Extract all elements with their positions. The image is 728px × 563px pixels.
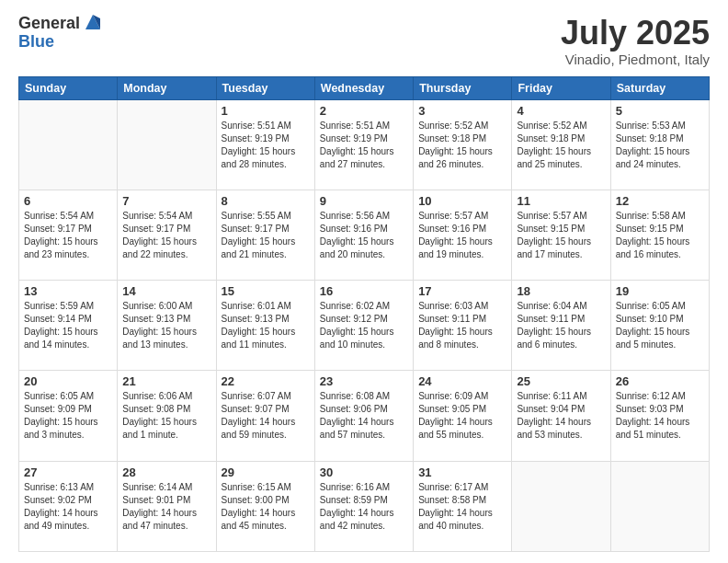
table-row: 10Sunrise: 5:57 AMSunset: 9:16 PMDayligh…	[414, 190, 512, 280]
day-number: 2	[320, 104, 408, 118]
cell-text: Sunrise: 6:00 AMSunset: 9:13 PMDaylight:…	[122, 300, 210, 351]
calendar-week-4: 27Sunrise: 6:13 AMSunset: 9:02 PMDayligh…	[19, 461, 710, 551]
cell-text: Sunrise: 5:54 AMSunset: 9:17 PMDaylight:…	[24, 210, 112, 261]
table-row: 3Sunrise: 5:52 AMSunset: 9:18 PMDaylight…	[414, 99, 512, 190]
cell-text: Sunrise: 5:55 AMSunset: 9:17 PMDaylight:…	[222, 210, 310, 261]
table-row: 6Sunrise: 5:54 AMSunset: 9:17 PMDaylight…	[19, 190, 118, 280]
cell-text: Sunrise: 6:07 AMSunset: 9:07 PMDaylight:…	[222, 390, 310, 442]
cell-text: Sunrise: 5:57 AMSunset: 9:15 PMDaylight:…	[517, 210, 605, 261]
logo-text: General Blue	[18, 15, 102, 52]
day-number: 21	[122, 374, 210, 388]
cell-text: Sunrise: 5:54 AMSunset: 9:17 PMDaylight:…	[122, 210, 210, 261]
col-saturday: Saturday	[610, 76, 709, 99]
cell-text: Sunrise: 6:09 AMSunset: 9:05 PMDaylight:…	[418, 390, 506, 442]
calendar-week-2: 13Sunrise: 5:59 AMSunset: 9:14 PMDayligh…	[19, 281, 710, 371]
table-row: 21Sunrise: 6:06 AMSunset: 9:08 PMDayligh…	[118, 371, 216, 461]
col-friday: Friday	[512, 76, 610, 99]
table-row: 4Sunrise: 5:52 AMSunset: 9:18 PMDaylight…	[512, 99, 610, 190]
table-row: 22Sunrise: 6:07 AMSunset: 9:07 PMDayligh…	[216, 371, 314, 461]
table-row: 29Sunrise: 6:15 AMSunset: 9:00 PMDayligh…	[216, 461, 314, 551]
table-row: 23Sunrise: 6:08 AMSunset: 9:06 PMDayligh…	[314, 371, 413, 461]
cell-text: Sunrise: 5:52 AMSunset: 9:18 PMDaylight:…	[418, 120, 506, 171]
cell-text: Sunrise: 6:04 AMSunset: 9:11 PMDaylight:…	[517, 300, 605, 351]
col-wednesday: Wednesday	[314, 76, 413, 99]
day-number: 10	[418, 194, 506, 208]
cell-text: Sunrise: 6:01 AMSunset: 9:13 PMDaylight:…	[222, 300, 310, 351]
calendar-week-1: 6Sunrise: 5:54 AMSunset: 9:17 PMDaylight…	[19, 190, 710, 280]
table-row: 27Sunrise: 6:13 AMSunset: 9:02 PMDayligh…	[19, 461, 118, 551]
day-number: 4	[517, 104, 605, 118]
cell-text: Sunrise: 6:03 AMSunset: 9:11 PMDaylight:…	[418, 300, 506, 351]
calendar-week-3: 20Sunrise: 6:05 AMSunset: 9:09 PMDayligh…	[19, 371, 710, 461]
calendar-header-row: Sunday Monday Tuesday Wednesday Thursday…	[19, 76, 710, 99]
col-tuesday: Tuesday	[216, 76, 314, 99]
day-number: 3	[418, 104, 506, 118]
table-row: 9Sunrise: 5:56 AMSunset: 9:16 PMDaylight…	[314, 190, 413, 280]
day-number: 19	[616, 284, 704, 298]
logo: General Blue	[18, 15, 102, 52]
month-title: July 2025	[561, 15, 710, 52]
day-number: 1	[222, 104, 310, 118]
day-number: 25	[517, 374, 605, 388]
col-monday: Monday	[118, 76, 216, 99]
day-number: 30	[320, 465, 408, 479]
logo-blue: Blue	[18, 33, 102, 52]
cell-text: Sunrise: 6:12 AMSunset: 9:03 PMDaylight:…	[616, 390, 704, 442]
table-row: 20Sunrise: 6:05 AMSunset: 9:09 PMDayligh…	[19, 371, 118, 461]
logo-icon	[84, 11, 102, 33]
page: General Blue July 2025 Vinadio, Piedmont…	[0, 0, 728, 563]
day-number: 7	[122, 194, 210, 208]
cell-text: Sunrise: 6:06 AMSunset: 9:08 PMDaylight:…	[122, 390, 210, 442]
table-row: 11Sunrise: 5:57 AMSunset: 9:15 PMDayligh…	[512, 190, 610, 280]
cell-text: Sunrise: 5:57 AMSunset: 9:16 PMDaylight:…	[418, 210, 506, 261]
day-number: 16	[320, 284, 408, 298]
day-number: 22	[222, 374, 310, 388]
day-number: 6	[24, 194, 112, 208]
table-row: 5Sunrise: 5:53 AMSunset: 9:18 PMDaylight…	[610, 99, 709, 190]
cell-text: Sunrise: 5:59 AMSunset: 9:14 PMDaylight:…	[24, 300, 112, 351]
col-sunday: Sunday	[19, 76, 118, 99]
table-row: 14Sunrise: 6:00 AMSunset: 9:13 PMDayligh…	[118, 281, 216, 371]
day-number: 26	[616, 374, 704, 388]
table-row: 12Sunrise: 5:58 AMSunset: 9:15 PMDayligh…	[610, 190, 709, 280]
table-row	[118, 99, 216, 190]
table-row	[19, 99, 118, 190]
table-row: 19Sunrise: 6:05 AMSunset: 9:10 PMDayligh…	[610, 281, 709, 371]
table-row: 25Sunrise: 6:11 AMSunset: 9:04 PMDayligh…	[512, 371, 610, 461]
table-row: 8Sunrise: 5:55 AMSunset: 9:17 PMDaylight…	[216, 190, 314, 280]
cell-text: Sunrise: 5:56 AMSunset: 9:16 PMDaylight:…	[320, 210, 408, 261]
table-row: 1Sunrise: 5:51 AMSunset: 9:19 PMDaylight…	[216, 99, 314, 190]
cell-text: Sunrise: 5:58 AMSunset: 9:15 PMDaylight:…	[616, 210, 704, 261]
day-number: 11	[517, 194, 605, 208]
day-number: 23	[320, 374, 408, 388]
table-row: 7Sunrise: 5:54 AMSunset: 9:17 PMDaylight…	[118, 190, 216, 280]
cell-text: Sunrise: 6:16 AMSunset: 8:59 PMDaylight:…	[320, 481, 408, 533]
day-number: 12	[616, 194, 704, 208]
day-number: 8	[222, 194, 310, 208]
cell-text: Sunrise: 6:11 AMSunset: 9:04 PMDaylight:…	[517, 390, 605, 442]
table-row: 2Sunrise: 5:51 AMSunset: 9:19 PMDaylight…	[314, 99, 413, 190]
table-row: 18Sunrise: 6:04 AMSunset: 9:11 PMDayligh…	[512, 281, 610, 371]
cell-text: Sunrise: 5:51 AMSunset: 9:19 PMDaylight:…	[222, 120, 310, 171]
table-row: 28Sunrise: 6:14 AMSunset: 9:01 PMDayligh…	[118, 461, 216, 551]
cell-text: Sunrise: 6:02 AMSunset: 9:12 PMDaylight:…	[320, 300, 408, 351]
cell-text: Sunrise: 6:15 AMSunset: 9:00 PMDaylight:…	[222, 481, 310, 533]
col-thursday: Thursday	[414, 76, 512, 99]
cell-text: Sunrise: 6:14 AMSunset: 9:01 PMDaylight:…	[122, 481, 210, 533]
day-number: 13	[24, 284, 112, 298]
day-number: 24	[418, 374, 506, 388]
day-number: 20	[24, 374, 112, 388]
cell-text: Sunrise: 5:52 AMSunset: 9:18 PMDaylight:…	[517, 120, 605, 171]
cell-text: Sunrise: 5:51 AMSunset: 9:19 PMDaylight:…	[320, 120, 408, 171]
day-number: 27	[24, 465, 112, 479]
title-section: July 2025 Vinadio, Piedmont, Italy	[561, 15, 710, 67]
cell-text: Sunrise: 5:53 AMSunset: 9:18 PMDaylight:…	[616, 120, 704, 171]
cell-text: Sunrise: 6:05 AMSunset: 9:09 PMDaylight:…	[24, 390, 112, 442]
table-row: 16Sunrise: 6:02 AMSunset: 9:12 PMDayligh…	[314, 281, 413, 371]
table-row	[610, 461, 709, 551]
logo-general: General	[18, 15, 80, 33]
day-number: 28	[122, 465, 210, 479]
day-number: 5	[616, 104, 704, 118]
table-row: 15Sunrise: 6:01 AMSunset: 9:13 PMDayligh…	[216, 281, 314, 371]
cell-text: Sunrise: 6:05 AMSunset: 9:10 PMDaylight:…	[616, 300, 704, 351]
